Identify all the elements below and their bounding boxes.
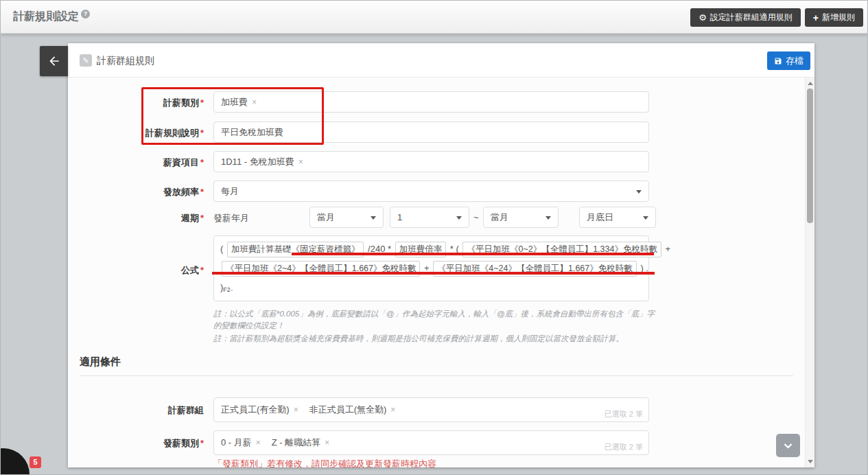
formula-variable-chip[interactable]: 《平日加班《2~4》【全體員工】1.667》免稅時數 bbox=[222, 261, 420, 277]
period-prefix-text: 發薪年月 bbox=[213, 212, 249, 224]
add-rule-button[interactable]: + 新增規則 bbox=[805, 8, 863, 27]
support-widget-button[interactable] bbox=[0, 448, 30, 475]
add-rule-label: 新增規則 bbox=[822, 12, 855, 23]
scrollbar-up-icon[interactable] bbox=[808, 82, 813, 85]
formula-text: /240 * bbox=[368, 244, 391, 254]
chevron-down-icon bbox=[643, 216, 648, 220]
category-tag: 加班費 × bbox=[221, 96, 257, 108]
formula-text: + bbox=[666, 244, 671, 254]
remove-tag-icon[interactable]: × bbox=[298, 157, 303, 167]
chevron-down-icon bbox=[371, 216, 376, 220]
required-mark: * bbox=[200, 438, 204, 448]
period-from-day-value: 1 bbox=[397, 212, 402, 222]
pay-group-label: 計薪群組 bbox=[68, 404, 204, 417]
formula-label-text: 公式 bbox=[181, 265, 199, 275]
arrow-left-icon bbox=[47, 54, 61, 68]
pay-group-tag: 非正式員工(無全勤) × bbox=[309, 404, 396, 416]
rule-form-card: ✎ 計薪群組規則 存檔 計薪類別* 加班費 × 計薪規則說明* 薪資項目* bbox=[68, 43, 814, 467]
formula-line-3: )F2。 bbox=[220, 278, 642, 297]
pay-type-label-text: 發薪類別 bbox=[163, 438, 199, 448]
required-mark: * bbox=[200, 265, 204, 275]
card-header: ✎ 計薪群組規則 存檔 bbox=[68, 43, 814, 78]
formula-text: ( bbox=[220, 244, 223, 254]
formula-text: + bbox=[424, 263, 430, 273]
scrollbar-thumb[interactable] bbox=[807, 89, 813, 223]
period-separator: ~ bbox=[473, 212, 479, 222]
period-from-month-select[interactable]: 當月 bbox=[309, 207, 384, 228]
chevron-down-icon bbox=[783, 441, 793, 451]
page-title: 計薪規則設定? bbox=[13, 10, 90, 24]
scrollbar-down-icon[interactable] bbox=[808, 460, 813, 463]
formula-variable-chip[interactable]: 《平日加班《4~24》【全體員工】1.667》免稅時數 bbox=[433, 261, 636, 277]
chevron-down-icon bbox=[546, 216, 551, 220]
formula-note-2: 註：當計薪類別為超額獎金補充保費費基時，則週期是指公司補充保費的計算週期，個人則… bbox=[213, 333, 661, 345]
period-label-text: 週期 bbox=[181, 213, 199, 223]
remove-tag-icon[interactable]: × bbox=[256, 438, 261, 448]
pay-group-tag-text: 非正式員工(無全勤) bbox=[309, 404, 387, 416]
pay-group-tag: 正式員工(有全勤) × bbox=[221, 404, 298, 416]
period-from-day-select[interactable]: 1 bbox=[390, 207, 469, 228]
formula-line-1: ( 加班費計算基礎《固定薪資標籤》 /240 * 加班費倍率 * ( 《平日加班… bbox=[220, 240, 642, 259]
salary-item-tag-input[interactable]: 1D11 - 免稅加班費 × bbox=[213, 151, 649, 172]
pay-type-tag: Z - 離職結算 × bbox=[272, 437, 330, 449]
section-divider bbox=[80, 375, 793, 376]
description-label: 計薪規則說明* bbox=[68, 127, 204, 139]
required-mark: * bbox=[200, 128, 204, 138]
save-button[interactable]: 存檔 bbox=[767, 51, 810, 70]
remove-tag-icon[interactable]: × bbox=[390, 405, 395, 415]
period-to-month-value: 當月 bbox=[491, 211, 508, 224]
remove-tag-icon[interactable]: × bbox=[325, 438, 329, 448]
period-to-month-select[interactable]: 當月 bbox=[483, 207, 559, 228]
required-mark: * bbox=[200, 157, 204, 167]
back-button[interactable] bbox=[40, 46, 68, 76]
pay-group-multiselect[interactable]: 正式員工(有全勤) × 非正式員工(無全勤) × 已選取 2 筆 bbox=[213, 397, 649, 422]
formula-text: 。 bbox=[231, 285, 237, 292]
frequency-select[interactable]: 每月 bbox=[213, 181, 649, 202]
period-to-day-value: 月底日 bbox=[587, 211, 613, 224]
formula-text: * ( bbox=[450, 244, 459, 254]
pay-group-tag-text: 正式員工(有全勤) bbox=[221, 404, 290, 416]
pay-type-tag-text: 0 - 月薪 bbox=[221, 437, 252, 449]
description-input[interactable] bbox=[213, 121, 649, 143]
topbar-actions: ⚙ 設定計薪群組適用規則 + 新增規則 bbox=[690, 8, 863, 27]
salary-item-label: 薪資項目* bbox=[68, 157, 204, 169]
formula-line-2: 《平日加班《2~4》【全體員工】1.667》免稅時數 + 《平日加班《4~24》… bbox=[220, 259, 642, 278]
required-mark: * bbox=[200, 187, 204, 197]
card-title: 計薪群組規則 bbox=[97, 55, 154, 67]
plus-icon: + bbox=[813, 13, 819, 23]
required-mark: * bbox=[200, 97, 204, 108]
remove-tag-icon[interactable]: × bbox=[294, 405, 298, 415]
formula-variable-chip[interactable]: 《平日加班《0~2》【全體員工】1.334》免稅時數 bbox=[462, 242, 661, 257]
salary-item-tag: 1D11 - 免稅加班費 × bbox=[221, 156, 303, 168]
category-label-text: 計薪類別 bbox=[163, 97, 199, 108]
required-mark: * bbox=[200, 213, 204, 223]
remove-tag-icon[interactable]: × bbox=[252, 97, 257, 107]
chevron-down-icon bbox=[636, 190, 642, 194]
help-icon[interactable]: ? bbox=[81, 10, 90, 19]
page-title-text: 計薪規則設定 bbox=[13, 10, 79, 22]
formula-variable-chip[interactable]: 加班費倍率 bbox=[395, 242, 447, 257]
salary-item-label-text: 薪資項目 bbox=[163, 157, 199, 167]
frequency-label: 發放頻率* bbox=[68, 186, 204, 198]
category-tag-text: 加班費 bbox=[221, 96, 248, 108]
set-group-rules-label: 設定計薪群組適用規則 bbox=[710, 12, 793, 23]
conditions-section-title: 適用條件 bbox=[80, 356, 121, 369]
frequency-value: 每月 bbox=[221, 185, 239, 198]
salary-item-tag-text: 1D11 - 免稅加班費 bbox=[221, 156, 294, 168]
formula-editor[interactable]: ( 加班費計算基礎《固定薪資標籤》 /240 * 加班費倍率 * ( 《平日加班… bbox=[213, 235, 649, 301]
pay-type-tag-text: Z - 離職結算 bbox=[272, 437, 321, 449]
formula-variable-chip[interactable]: 加班費計算基礎《固定薪資標籤》 bbox=[227, 242, 364, 257]
period-to-day-select[interactable]: 月底日 bbox=[579, 207, 656, 228]
pay-type-multiselect[interactable]: 0 - 月薪 × Z - 離職結算 × 已選取 2 筆 bbox=[213, 430, 649, 455]
category-tag-input[interactable]: 加班費 × bbox=[213, 91, 649, 113]
notification-badge: 5 bbox=[30, 456, 41, 468]
floppy-disk-icon bbox=[774, 57, 782, 65]
set-group-rules-button[interactable]: ⚙ 設定計薪群組適用規則 bbox=[690, 8, 801, 27]
scroll-to-bottom-button[interactable] bbox=[776, 434, 800, 457]
period-from-month-value: 當月 bbox=[317, 211, 335, 224]
formula-notes: 註：以公式「底薪*0.005」為例，底薪變數請以「@」作為起始字元輸入，輸入「@… bbox=[213, 308, 661, 346]
selected-count: 已選取 2 筆 bbox=[605, 442, 643, 452]
pay-group-label-text: 計薪群組 bbox=[168, 405, 204, 415]
formula-text: ) . bbox=[640, 263, 648, 273]
vertical-scrollbar[interactable] bbox=[805, 78, 814, 467]
